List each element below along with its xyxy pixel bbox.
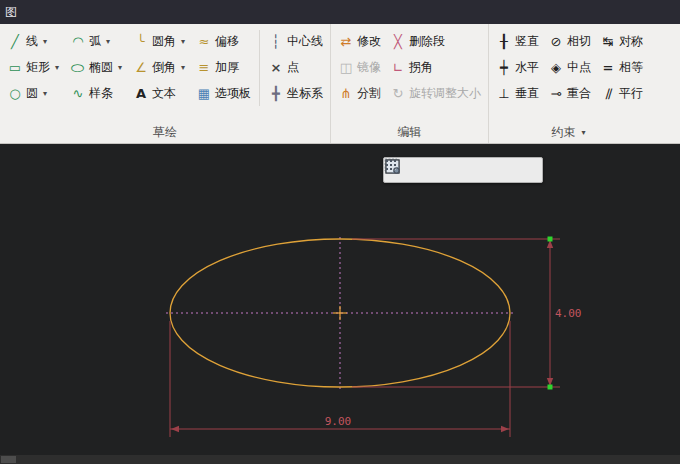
chevron-down-icon[interactable] xyxy=(179,63,187,72)
ribbon-button-centerline[interactable]: 中心线 xyxy=(264,29,327,53)
tangent-icon xyxy=(548,33,564,49)
ribbon-button-fillet[interactable]: 圆角 xyxy=(129,29,191,53)
mirror-icon xyxy=(338,59,354,75)
view-toolbar xyxy=(383,157,543,183)
symmetric-icon xyxy=(600,33,616,49)
separator xyxy=(259,30,260,106)
delete-segment-icon xyxy=(390,33,406,49)
group-label-sketch[interactable]: 草绘 xyxy=(3,121,327,143)
ribbon-button-corner[interactable]: 拐角 xyxy=(386,55,485,79)
circle-icon xyxy=(7,85,23,101)
ribbon-button-rotate-resize: 旋转调整大小 xyxy=(386,81,485,105)
chevron-down-icon[interactable] xyxy=(41,89,49,98)
ribbon-button-midpoint[interactable]: 中点 xyxy=(544,55,595,79)
ribbon-button-point[interactable]: 点 xyxy=(264,55,327,79)
ribbon-button-perpendicular[interactable]: 垂直 xyxy=(492,81,543,105)
zoom-out-icon[interactable] xyxy=(437,160,463,181)
ribbon-button-rectangle[interactable]: 矩形 xyxy=(3,55,65,79)
palette-icon xyxy=(196,85,212,101)
ribbon-button-spline[interactable]: 样条 xyxy=(66,81,128,105)
fillet-icon xyxy=(133,33,149,49)
thicken-icon xyxy=(196,59,212,75)
ribbon-button-symmetric[interactable]: 对称 xyxy=(596,29,647,53)
group-label-edit[interactable]: 编辑 xyxy=(334,121,485,143)
dimension-height-value[interactable]: 4.00 xyxy=(555,307,582,320)
chevron-down-icon[interactable] xyxy=(53,63,61,72)
chevron-down-icon[interactable] xyxy=(116,63,124,72)
sketch-canvas[interactable]: 4.00 9.00 xyxy=(0,144,680,455)
ellipse-center-marker[interactable] xyxy=(333,306,347,320)
ribbon-button-parallel[interactable]: 平行 xyxy=(596,81,647,105)
dimension-handle[interactable] xyxy=(548,237,553,242)
centerline-icon xyxy=(268,33,284,49)
csys-icon xyxy=(268,85,284,101)
midpoint-icon xyxy=(548,59,564,75)
ribbon-button-text[interactable]: 文本 xyxy=(129,81,191,105)
ribbon-button-coincident[interactable]: 重合 xyxy=(544,81,595,105)
ribbon-group-constrain: 竖直 水平 垂直 相切 中点 xyxy=(489,24,650,143)
ribbon-button-chamfer[interactable]: 倒角 xyxy=(129,55,191,79)
ribbon-button-vertical[interactable]: 竖直 xyxy=(492,29,543,53)
display-style-icon[interactable] xyxy=(463,160,489,181)
zoom-in-icon[interactable] xyxy=(411,160,437,181)
arrowhead-left xyxy=(171,426,179,432)
modify-icon xyxy=(338,33,354,49)
ribbon: 线 矩形 圆 弧 xyxy=(0,24,680,144)
ribbon-button-coordinate-system[interactable]: 坐标系 xyxy=(264,81,327,105)
parallel-icon xyxy=(600,85,616,101)
ribbon-button-arc[interactable]: 弧 xyxy=(66,29,128,53)
chamfer-icon xyxy=(133,59,149,75)
spline-icon xyxy=(70,85,86,101)
status-bar xyxy=(0,455,680,464)
arc-icon xyxy=(70,33,86,49)
status-chip[interactable] xyxy=(1,456,16,463)
chevron-down-icon[interactable] xyxy=(41,37,49,46)
grid-settings-icon[interactable] xyxy=(515,160,541,181)
divide-icon xyxy=(338,85,354,101)
ribbon-button-equal[interactable]: 相等 xyxy=(596,55,647,79)
chevron-down-icon[interactable] xyxy=(179,37,187,46)
ribbon-button-thicken[interactable]: 加厚 xyxy=(192,55,255,79)
ribbon-button-ellipse[interactable]: 椭圆 xyxy=(66,55,128,79)
ellipse-icon xyxy=(70,59,86,75)
display-style-alt-icon[interactable] xyxy=(489,160,515,181)
ribbon-button-tangent[interactable]: 相切 xyxy=(544,29,595,53)
title-bar: 图 xyxy=(0,0,680,24)
point-icon xyxy=(268,59,284,75)
vertical-icon xyxy=(496,33,512,49)
chevron-down-icon[interactable] xyxy=(104,37,112,46)
sketch-viewport[interactable]: 4.00 9.00 xyxy=(0,144,680,455)
chevron-down-icon xyxy=(580,128,588,137)
dimension-width-value[interactable]: 9.00 xyxy=(325,415,352,428)
ribbon-button-line[interactable]: 线 xyxy=(3,29,65,53)
title-bar-text: 图 xyxy=(5,4,17,21)
corner-icon xyxy=(390,59,406,75)
text-icon xyxy=(133,85,149,101)
ribbon-button-modify[interactable]: 修改 xyxy=(334,29,385,53)
offset-icon xyxy=(196,33,212,49)
ribbon-group-edit: 修改 镜像 分割 删除段 拐角 xyxy=(331,24,489,143)
ribbon-button-divide[interactable]: 分割 xyxy=(334,81,385,105)
ribbon-button-delete-segment[interactable]: 删除段 xyxy=(386,29,485,53)
perpendicular-icon xyxy=(496,85,512,101)
ribbon-button-offset[interactable]: 偏移 xyxy=(192,29,255,53)
ribbon-group-sketch: 线 矩形 圆 弧 xyxy=(0,24,331,143)
group-label-constrain[interactable]: 约束 xyxy=(492,121,647,143)
rotate-resize-icon xyxy=(390,85,406,101)
ribbon-button-circle[interactable]: 圆 xyxy=(3,81,65,105)
line-icon xyxy=(7,33,23,49)
ribbon-button-mirror: 镜像 xyxy=(334,55,385,79)
horizontal-icon xyxy=(496,59,512,75)
dimension-handle[interactable] xyxy=(548,385,553,390)
arrowhead-right xyxy=(501,426,509,432)
ribbon-button-horizontal[interactable]: 水平 xyxy=(492,55,543,79)
rectangle-icon xyxy=(7,59,23,75)
ribbon-button-palette[interactable]: 选项板 xyxy=(192,81,255,105)
coincident-icon xyxy=(548,85,564,101)
equal-icon xyxy=(600,59,616,75)
